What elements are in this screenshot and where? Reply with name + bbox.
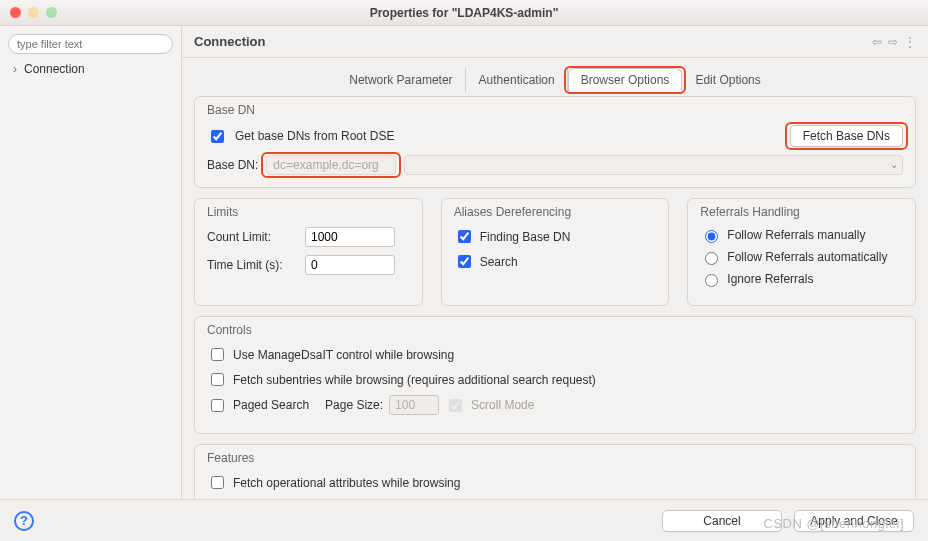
- sidebar-item-label: Connection: [24, 62, 85, 76]
- base-dn-combo[interactable]: ⌄: [404, 155, 903, 175]
- radio-referrals-ignore[interactable]: [705, 274, 718, 287]
- filter-input[interactable]: [8, 34, 173, 54]
- chevron-right-icon: ›: [10, 62, 20, 76]
- radio-referrals-manual[interactable]: [705, 230, 718, 243]
- sidebar: › Connection: [0, 26, 182, 499]
- group-title: Limits: [207, 205, 410, 219]
- count-limit-input[interactable]: [305, 227, 395, 247]
- group-title: Controls: [207, 323, 903, 337]
- group-title: Aliases Dereferencing: [454, 205, 657, 219]
- cancel-button[interactable]: Cancel: [662, 510, 782, 532]
- window-title: Properties for "LDAP4KS-admin": [0, 6, 928, 20]
- page-header: Connection ⇦ ⇨ ⋮: [182, 26, 928, 58]
- back-icon[interactable]: ⇦: [872, 35, 882, 49]
- checkbox-managedsait[interactable]: [211, 348, 224, 361]
- footer: ? Cancel Apply and Close: [0, 499, 928, 541]
- group-aliases: Aliases Dereferencing Finding Base DN Se…: [441, 198, 670, 306]
- main: Connection ⇦ ⇨ ⋮ Network Parameter Authe…: [182, 26, 928, 499]
- radio-referrals-auto[interactable]: [705, 252, 718, 265]
- tab-authentication[interactable]: Authentication: [466, 68, 568, 92]
- group-referrals: Referrals Handling Follow Referrals manu…: [687, 198, 916, 306]
- base-dn-combo-highlighted[interactable]: dc=example,dc=org: [266, 155, 396, 175]
- checkbox-paged-search[interactable]: [211, 399, 224, 412]
- group-title: Base DN: [207, 103, 903, 117]
- help-icon[interactable]: ?: [14, 511, 34, 531]
- titlebar: Properties for "LDAP4KS-admin": [0, 0, 928, 26]
- group-title: Referrals Handling: [700, 205, 903, 219]
- count-limit-label: Count Limit:: [207, 230, 297, 244]
- tab-browser-options[interactable]: Browser Options: [568, 68, 683, 92]
- base-dn-value: dc=example,dc=org: [273, 158, 378, 172]
- radio-label: Follow Referrals automatically: [727, 250, 887, 264]
- tab-bar: Network Parameter Authentication Browser…: [194, 68, 916, 92]
- checkbox-label: Fetch operational attributes while brows…: [233, 476, 460, 490]
- tab-edit-options[interactable]: Edit Options: [682, 68, 773, 92]
- time-limit-input[interactable]: [305, 255, 395, 275]
- radio-label: Follow Referrals manually: [727, 228, 865, 242]
- checkbox-label: Fetch subentries while browsing (require…: [233, 373, 596, 387]
- menu-icon[interactable]: ⋮: [904, 35, 916, 49]
- group-features: Features Fetch operational attributes wh…: [194, 444, 916, 499]
- base-dn-label: Base DN:: [207, 158, 258, 172]
- checkbox-label: Search: [480, 255, 518, 269]
- checkbox-label: Use ManageDsaIT control while browsing: [233, 348, 454, 362]
- checkbox-fetch-operational[interactable]: [211, 476, 224, 489]
- checkbox-finding-base-dn[interactable]: [458, 230, 471, 243]
- checkbox-label: Paged Search: [233, 398, 309, 412]
- group-base-dn: Base DN Get base DNs from Root DSE Fetch…: [194, 96, 916, 188]
- forward-icon[interactable]: ⇨: [888, 35, 898, 49]
- header-toolbar: ⇦ ⇨ ⋮: [872, 35, 916, 49]
- group-title: Features: [207, 451, 903, 465]
- group-limits: Limits Count Limit: Time Limit (s):: [194, 198, 423, 306]
- checkbox-label: Get base DNs from Root DSE: [235, 129, 394, 143]
- checkbox-label: Finding Base DN: [480, 230, 571, 244]
- checkbox-search[interactable]: [458, 255, 471, 268]
- page-size-label: Page Size:: [325, 398, 383, 412]
- checkbox-scroll-mode: [449, 399, 462, 412]
- checkbox-subentries[interactable]: [211, 373, 224, 386]
- radio-label: Ignore Referrals: [727, 272, 813, 286]
- sidebar-item-connection[interactable]: › Connection: [8, 60, 173, 78]
- columns: Limits Count Limit: Time Limit (s): Alia…: [194, 198, 916, 306]
- checkbox-get-base-dns[interactable]: [211, 130, 224, 143]
- apply-close-button[interactable]: Apply and Close: [794, 510, 914, 532]
- tab-network-parameter[interactable]: Network Parameter: [336, 68, 465, 92]
- page-size-input: [389, 395, 439, 415]
- fetch-base-dns-button[interactable]: Fetch Base DNs: [790, 125, 903, 147]
- time-limit-label: Time Limit (s):: [207, 258, 297, 272]
- group-controls: Controls Use ManageDsaIT control while b…: [194, 316, 916, 434]
- page-title: Connection: [194, 34, 266, 49]
- chevron-down-icon: ⌄: [890, 159, 898, 170]
- checkbox-label: Scroll Mode: [471, 398, 534, 412]
